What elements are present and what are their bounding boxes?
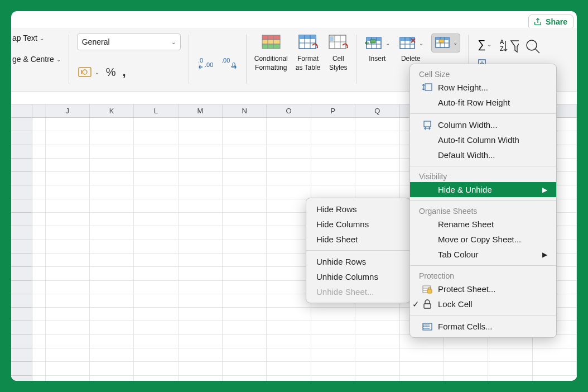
conditional-formatting-icon [261, 34, 281, 54]
sort-filter-icon: AZ [499, 37, 519, 57]
chevron-down-icon: ⌄ [419, 40, 423, 47]
unhide-columns-item[interactable]: Unhide Columns [306, 269, 410, 284]
autosum-button[interactable]: ∑⌄ [476, 37, 494, 52]
find-select-button[interactable] [523, 37, 543, 57]
chevron-down-icon: ⌄ [487, 41, 491, 47]
col-header-L[interactable]: L [134, 104, 178, 117]
rename-sheet-item[interactable]: Rename Sheet [410, 217, 556, 232]
merge-centre-button[interactable]: ge & Centre ⌄ [12, 55, 61, 64]
chevron-down-icon: ⌄ [56, 56, 61, 63]
svg-rect-21 [330, 36, 334, 41]
decimal-group: .0.00 .00.0 [191, 34, 244, 87]
wrap-text-button[interactable]: ap Text ⌄ [12, 34, 44, 42]
svg-text:.00: .00 [221, 57, 230, 64]
column-width-item[interactable]: Column Width... [410, 117, 556, 132]
separator [69, 35, 69, 84]
separator [189, 35, 189, 84]
col-header-Q[interactable]: Q [355, 104, 399, 117]
format-cells-item[interactable]: Format Cells... [410, 319, 556, 334]
format-table-icon [298, 34, 318, 54]
format-dropdown-menu: Cell Size Row Height... Auto-fit Row Hei… [409, 64, 557, 338]
move-copy-sheet-item[interactable]: Move or Copy Sheet... [410, 232, 556, 247]
svg-point-57 [423, 328, 425, 329]
chevron-down-icon: ⌄ [95, 69, 99, 75]
svg-rect-45 [424, 121, 431, 127]
increase-decimal-button[interactable]: .0.00 [197, 56, 215, 70]
format-cells-icon [421, 321, 433, 332]
svg-point-1 [83, 70, 87, 74]
col-header-J[interactable]: J [46, 104, 90, 117]
sort-filter-button[interactable]: AZ [499, 37, 519, 57]
svg-rect-8 [262, 40, 280, 44]
format-as-table-button[interactable]: Format as Table [296, 34, 320, 72]
svg-rect-13 [299, 35, 316, 39]
share-button[interactable]: Share [528, 15, 573, 29]
hide-sheet-item[interactable]: Hide Sheet [306, 232, 410, 247]
conditional-formatting-button[interactable]: Conditional Formatting [254, 34, 288, 72]
alignment-group: ap Text ⌄ ge & Centre ⌄ [11, 34, 66, 87]
col-header-M[interactable]: M [179, 104, 223, 117]
svg-text:.0: .0 [198, 57, 203, 64]
default-width-item[interactable]: Default Width... [410, 147, 556, 162]
share-icon [533, 17, 542, 26]
insert-button[interactable]: ⌄ Insert [364, 34, 390, 63]
format-icon [434, 35, 452, 51]
app-frame: Share ap Text ⌄ ge & Centre ⌄ General ⌄ [11, 11, 577, 381]
svg-rect-44 [425, 84, 432, 90]
col-header-N[interactable]: N [223, 104, 267, 117]
svg-rect-0 [79, 68, 91, 77]
svg-rect-49 [427, 289, 432, 293]
delete-button[interactable]: ⌄ Delete [398, 34, 423, 63]
tab-colour-item[interactable]: Tab Colour▶ [410, 247, 556, 262]
accounting-format-button[interactable]: ⌄ [77, 65, 100, 79]
row-height-item[interactable]: Row Height... [410, 80, 556, 95]
section-organise: Organise Sheets [410, 204, 556, 217]
format-button[interactable]: ⌄ [431, 34, 460, 63]
decrease-decimal-button[interactable]: .00.0 [220, 56, 238, 70]
hide-unhide-submenu: Hide Rows Hide Columns Hide Sheet Unhide… [306, 198, 411, 303]
autofit-row-height-item[interactable]: Auto-fit Row Height [410, 95, 556, 110]
svg-point-55 [423, 324, 425, 326]
select-all-corner[interactable] [11, 104, 32, 117]
svg-rect-50 [424, 304, 431, 308]
separator [356, 35, 356, 84]
svg-text:A: A [500, 39, 504, 45]
insert-icon [364, 34, 384, 54]
chevron-down-icon: ⌄ [453, 40, 457, 46]
delete-icon [398, 34, 418, 54]
share-label: Share [546, 17, 567, 26]
section-visibility: Visibility [410, 170, 556, 182]
hide-unhide-item[interactable]: Hide & Unhide▶ [410, 182, 556, 197]
cell-styles-button[interactable]: Cell Styles [328, 34, 348, 72]
lock-icon [421, 299, 433, 310]
lock-cell-item[interactable]: ✓ Lock Cell [410, 297, 556, 312]
chevron-down-icon: ⌄ [385, 40, 390, 47]
hide-rows-item[interactable]: Hide Rows [306, 202, 410, 217]
svg-text:.00: .00 [205, 61, 213, 68]
cell-styles-icon [328, 34, 348, 54]
unhide-sheet-item: Unhide Sheet... [306, 284, 410, 299]
column-width-icon [421, 119, 433, 131]
protect-sheet-icon [421, 284, 433, 295]
comma-button[interactable]: , [122, 64, 127, 80]
protect-sheet-item[interactable]: Protect Sheet... [410, 281, 556, 297]
unhide-rows-item[interactable]: Unhide Rows [306, 254, 410, 269]
hide-columns-item[interactable]: Hide Columns [306, 217, 410, 232]
section-protection: Protection [410, 269, 556, 281]
percent-button[interactable]: % [105, 65, 117, 80]
increase-decimal-icon: .0.00 [198, 57, 214, 69]
number-format-select[interactable]: General ⌄ [77, 34, 181, 50]
col-header-O[interactable]: O [267, 104, 311, 117]
row-height-icon [421, 82, 433, 93]
svg-rect-7 [262, 35, 280, 40]
submenu-arrow-icon: ▶ [542, 186, 547, 194]
separator [246, 35, 247, 84]
autofit-column-width-item[interactable]: Auto-fit Column Width [410, 132, 556, 147]
col-header-K[interactable]: K [90, 104, 134, 117]
accounting-icon [78, 66, 94, 78]
svg-rect-38 [439, 40, 444, 42]
section-cell-size: Cell Size [410, 68, 556, 80]
col-header-P[interactable]: P [311, 104, 355, 117]
styles-group: Conditional Formatting Format as Table C… [249, 34, 354, 87]
chevron-down-icon: ⌄ [171, 39, 176, 45]
